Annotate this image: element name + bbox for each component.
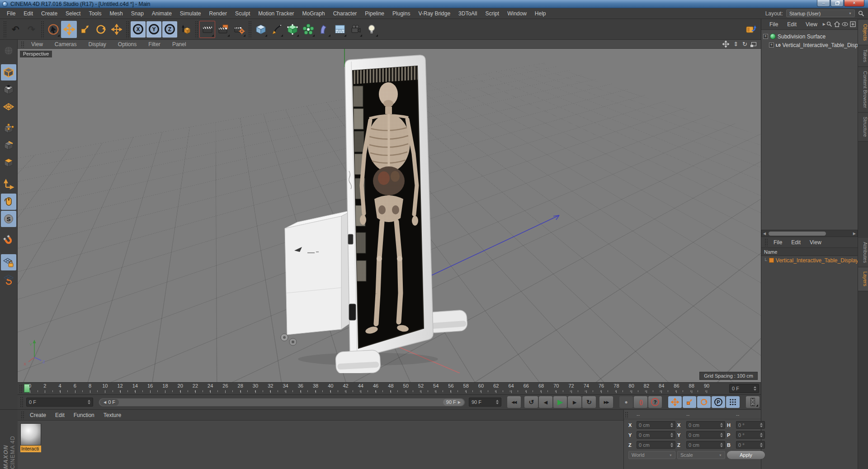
panel-grip[interactable] — [625, 412, 629, 418]
spinner-icon[interactable] — [754, 386, 756, 391]
go-to-previous-key-button[interactable]: ↺ — [524, 396, 538, 408]
lock-y-axis-button[interactable]: Y — [146, 21, 161, 38]
points-mode-button[interactable] — [1, 120, 16, 137]
tree-item-vertical-interactive-table-display[interactable]: + L0 Vertical_Interactive_Table_Display — [761, 41, 858, 49]
key-position-button[interactable] — [668, 396, 682, 408]
enable-snap-button[interactable] — [1, 232, 16, 249]
material-thumbnail[interactable] — [20, 423, 41, 445]
spinner-icon[interactable] — [760, 433, 763, 437]
transform-mode-dropdown[interactable]: Scale▼ — [677, 451, 725, 459]
tab-objects[interactable]: Objects — [858, 20, 868, 45]
key-scale-button[interactable] — [683, 396, 696, 408]
menu-3dtoall[interactable]: 3DToAll — [454, 10, 481, 17]
layer-color-swatch[interactable] — [769, 258, 774, 263]
spinner-icon[interactable] — [496, 400, 499, 404]
om-menu-view[interactable]: View — [801, 21, 822, 28]
mm-menu-function[interactable]: Function — [69, 412, 99, 418]
scrollbar-thumb[interactable] — [769, 232, 826, 236]
array-generator-button[interactable] — [300, 21, 316, 38]
spinner-icon[interactable] — [670, 443, 673, 447]
menu-script[interactable]: Script — [481, 10, 503, 17]
key-parameter-button[interactable]: P — [712, 396, 725, 408]
menu-mograph[interactable]: MoGraph — [298, 10, 329, 17]
move-tool-button[interactable] — [61, 21, 77, 38]
menu-window[interactable]: Window — [503, 10, 531, 17]
menu-select[interactable]: Select — [61, 10, 85, 17]
timeline-ruler[interactable]: 0246810121416182022242628303234363840424… — [24, 383, 727, 394]
timeline-side-frame-field[interactable]: 0 F — [729, 384, 759, 393]
toolbar-grip[interactable] — [248, 20, 252, 38]
menu-create[interactable]: Create — [37, 10, 61, 17]
rotate-tool-button[interactable] — [93, 21, 108, 38]
menu-edit[interactable]: Edit — [19, 10, 37, 17]
add-layer-icon[interactable] — [850, 21, 856, 27]
edit-render-settings-button[interactable] — [231, 21, 247, 38]
pan-view-icon[interactable] — [722, 41, 729, 47]
toolbar-grip[interactable] — [40, 20, 44, 38]
tab-takes[interactable]: Takes — [858, 45, 868, 67]
scale-x-field[interactable]: 0 cm — [686, 421, 725, 429]
render-view-button[interactable] — [199, 21, 215, 38]
spinner-icon[interactable] — [720, 443, 723, 447]
position-y-field[interactable]: 0 cm — [637, 431, 675, 439]
snap-settings-button[interactable]: S — [1, 211, 16, 227]
current-frame-field[interactable]: 0 F — [26, 398, 93, 407]
polygons-mode-button[interactable] — [1, 155, 16, 171]
play-button[interactable]: ▶ — [553, 396, 567, 408]
menu-simulate[interactable]: Simulate — [176, 10, 205, 17]
lm-menu-edit[interactable]: Edit — [787, 239, 805, 246]
scale-tool-button[interactable] — [77, 21, 93, 38]
redo-button[interactable]: ↷ — [24, 21, 39, 38]
toggle-views-icon[interactable] — [751, 42, 756, 46]
menu-animate[interactable]: Animate — [148, 10, 176, 17]
object-manager-hscrollbar[interactable]: ◀ ▶ — [761, 230, 858, 237]
autokeying-button[interactable]: ( ) — [634, 396, 647, 408]
om-menu-edit[interactable]: Edit — [783, 21, 801, 28]
toolbar-grip[interactable] — [125, 20, 129, 38]
menu-v-ray-bridge[interactable]: V-Ray Bridge — [414, 10, 454, 17]
lock-z-axis-button[interactable]: Z — [162, 21, 177, 38]
tree-item-subdivision-surface[interactable]: + Subdivision Surface — [761, 32, 858, 41]
scale-y-field[interactable]: 0 cm — [686, 431, 725, 439]
om-menu-file[interactable]: File — [765, 21, 783, 28]
go-to-start-button[interactable]: ◀◀ — [507, 396, 521, 408]
timeline-grip[interactable] — [19, 384, 23, 393]
key-point-level-button[interactable] — [726, 396, 740, 408]
viewport-menu-cameras[interactable]: Cameras — [49, 41, 83, 47]
go-to-next-frame-button[interactable]: ▶ — [568, 396, 581, 408]
keyframe-help-button[interactable]: ? — [648, 396, 662, 408]
toolbar-grip[interactable] — [3, 20, 7, 38]
mm-menu-texture[interactable]: Texture — [99, 412, 126, 418]
toolbar-grip[interactable] — [194, 20, 198, 38]
make-editable-button[interactable] — [1, 43, 16, 59]
range-start-handle[interactable]: ◀ 0 F — [100, 399, 119, 406]
spinner-icon[interactable] — [720, 423, 723, 427]
enable-axis-button[interactable] — [1, 176, 16, 193]
coordinate-system-button[interactable] — [178, 21, 193, 38]
home-icon[interactable] — [834, 21, 840, 27]
menu-character[interactable]: Character — [329, 10, 361, 17]
menu-plugins[interactable]: Plugins — [388, 10, 414, 17]
viewport-menu-options[interactable]: Options — [112, 41, 142, 47]
position-x-field[interactable]: 0 cm — [637, 421, 675, 429]
spinner-icon[interactable] — [760, 423, 763, 427]
viewport-grip[interactable] — [20, 41, 24, 47]
model-mode-button[interactable] — [1, 64, 16, 81]
camera-button[interactable] — [348, 21, 363, 38]
tab-content-browser[interactable]: Content Browser — [858, 67, 868, 113]
record-keyframes-button[interactable]: ● — [619, 396, 633, 408]
panel-grip[interactable] — [20, 411, 24, 419]
range-end-handle[interactable]: 90 F ▶ — [443, 399, 464, 406]
edges-mode-button[interactable] — [1, 137, 16, 154]
spinner-icon[interactable] — [670, 433, 673, 437]
go-to-next-key-button[interactable]: ↻ — [582, 396, 596, 408]
menu-file[interactable]: File — [3, 10, 19, 17]
menu-more-icon[interactable]: ▶ — [822, 22, 826, 26]
last-tool-button[interactable] — [108, 21, 124, 38]
menu-motion-tracker[interactable]: Motion Tracker — [254, 10, 298, 17]
scroll-left-icon[interactable]: ◀ — [763, 232, 766, 236]
customize-interface-button[interactable] — [743, 21, 759, 38]
undo-button[interactable]: ↶ — [8, 21, 24, 38]
coordinate-system-dropdown[interactable]: World▼ — [628, 451, 675, 459]
mm-menu-create[interactable]: Create — [25, 412, 51, 418]
